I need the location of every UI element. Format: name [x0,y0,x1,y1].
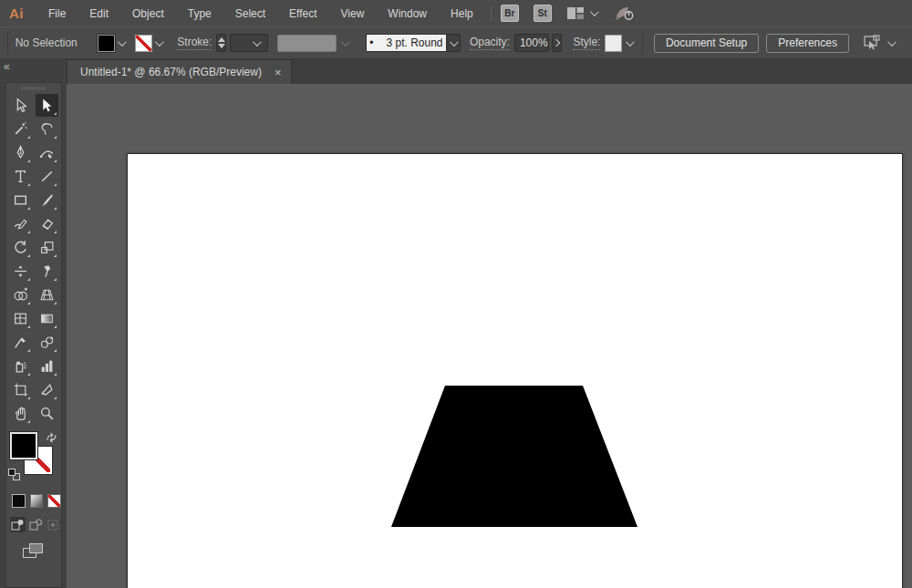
change-screen-mode-button[interactable] [23,543,45,560]
document-area: Untitled-1* @ 66.67% (RGB/Preview) × [67,58,912,588]
default-fill-stroke-icon[interactable] [8,469,20,480]
menu-file[interactable]: File [36,0,78,26]
document-tab-title: Untitled-1* @ 66.67% (RGB/Preview) [80,66,262,78]
perspective-grid-tool-icon [39,287,55,303]
stroke-weight-stepper[interactable] [216,34,226,52]
document-tab[interactable]: Untitled-1* @ 66.67% (RGB/Preview) × [67,59,292,84]
bridge-button[interactable]: Br [501,5,519,22]
preferences-button[interactable]: Preferences [766,34,849,53]
eyedropper-tool-icon [13,335,28,350]
menu-object[interactable]: Object [120,0,176,26]
stroke-weight-field[interactable] [230,34,268,52]
rectangle-tool[interactable] [9,189,32,211]
direct-selection-tool[interactable] [36,94,58,117]
main-area: « [0,58,912,588]
artboard-tool[interactable] [9,378,32,401]
menu-edit[interactable]: Edit [78,0,120,26]
stock-button[interactable]: St [534,5,552,22]
controlbar-edge [7,31,8,55]
brush-definition-value: 3 pt. Round [386,36,442,49]
paint-style-row [12,494,61,508]
chevron-down-icon [626,37,635,46]
perspective-grid-tool[interactable] [36,284,58,306]
artwork-trapezoid[interactable] [391,386,637,527]
stroke-color-swatch[interactable] [135,35,152,52]
menu-select[interactable]: Select [223,0,277,26]
width-tool-icon [13,263,28,279]
brush-definition-dropdown[interactable] [446,34,461,52]
stroke-weight-label[interactable]: Stroke: [177,36,212,50]
menu-view[interactable]: View [329,0,377,26]
draw-behind-button[interactable] [28,517,44,532]
shaper-tool[interactable] [9,212,32,235]
type-tool-icon [13,169,28,184]
fill-color-swatch[interactable] [98,35,115,52]
style-dropdown[interactable] [624,35,633,52]
blend-tool-icon [39,335,55,350]
column-graph-tool[interactable] [36,355,58,377]
blend-tool[interactable] [36,331,58,354]
collapse-panel-button[interactable]: « [4,60,10,73]
rectangle-tool-icon [13,192,28,208]
opacity-label[interactable]: Opacity: [470,36,510,50]
draw-inside-button[interactable] [46,517,61,532]
fill-color-indicator[interactable] [10,432,37,459]
slice-tool[interactable] [36,378,58,401]
opacity-field[interactable]: 100% [514,34,549,52]
zoom-tool[interactable] [36,402,58,425]
none-button[interactable] [47,494,61,508]
variable-width-profile-preview [277,35,337,52]
puppet-warp-tool[interactable] [36,260,58,283]
close-tab-icon[interactable]: × [275,67,282,78]
eyedropper-tool[interactable] [9,331,32,354]
swap-fill-stroke-icon[interactable] [46,432,57,443]
style-label[interactable]: Style: [573,36,600,50]
color-button[interactable] [12,494,26,508]
hand-tool[interactable] [9,402,32,425]
menu-effect[interactable]: Effect [277,0,328,26]
paintbrush-tool[interactable] [36,189,58,211]
brush-definition-control[interactable]: • 3 pt. Round [366,34,461,52]
magic-wand-tool-icon [13,121,28,137]
width-tool[interactable] [9,260,32,283]
opacity-expand-button[interactable] [552,34,563,52]
toolbar-panel [5,82,62,588]
gpu-performance-icon [615,5,635,21]
style-swatch[interactable] [605,35,622,52]
rotate-tool[interactable] [9,236,32,259]
mesh-tool[interactable] [9,307,32,330]
type-tool[interactable] [9,165,32,188]
gpu-performance-control[interactable] [615,5,635,21]
pen-tool[interactable] [9,141,32,164]
line-segment-tool[interactable] [36,165,58,188]
document-setup-button[interactable]: Document Setup [654,34,759,53]
symbol-sprayer-tool-icon [13,358,28,374]
menu-type[interactable]: Type [176,0,223,26]
curvature-tool[interactable] [36,141,58,164]
chevron-down-icon [118,37,127,46]
chevron-down-icon [887,37,896,46]
touch-workspace-control[interactable] [862,35,894,51]
selection-tool[interactable] [9,94,32,117]
stroke-weight-dropdown[interactable] [249,35,262,52]
arrange-documents-control[interactable] [566,6,596,20]
draw-normal-button[interactable] [10,517,26,532]
paintbrush-tool-icon [39,192,55,208]
symbol-sprayer-tool[interactable] [9,355,32,377]
fill-stroke-indicator [8,432,61,483]
stroke-color-dropdown[interactable] [154,35,163,52]
magic-wand-tool[interactable] [9,118,32,140]
shape-builder-tool[interactable] [9,284,32,306]
scale-tool-icon [39,240,55,255]
eraser-tool[interactable] [36,212,58,235]
gradient-button[interactable] [30,494,44,508]
scale-tool[interactable] [36,236,58,259]
fill-color-dropdown[interactable] [117,35,126,52]
lasso-tool[interactable] [36,118,58,140]
menu-window[interactable]: Window [376,0,439,26]
panel-grip[interactable] [22,87,46,90]
canvas[interactable] [67,84,912,588]
menu-help[interactable]: Help [439,0,485,26]
gradient-tool[interactable] [36,307,58,330]
brush-definition-field[interactable]: • 3 pt. Round [366,34,446,52]
